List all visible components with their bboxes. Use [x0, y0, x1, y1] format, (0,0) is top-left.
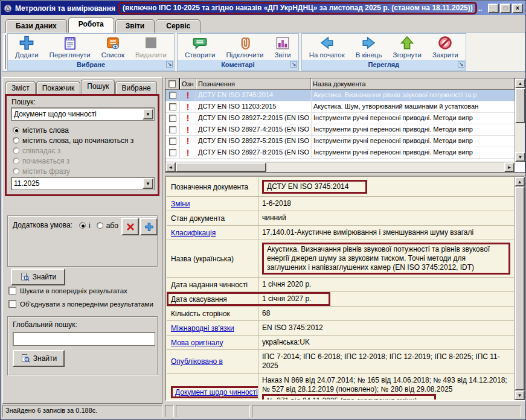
- go-end-button[interactable]: В кінець: [352, 34, 386, 59]
- table-row[interactable]: !ДСТУ EN ISO 3745:2014Акустика. Визначан…: [165, 90, 515, 101]
- detail-value-text: 68: [262, 309, 270, 317]
- detail-label-link[interactable]: Зміни: [171, 200, 190, 208]
- view-button[interactable]: Переглянути: [46, 34, 94, 59]
- scrollbar-thumb[interactable]: [515, 186, 525, 390]
- detail-label: Назва (українська): [167, 240, 258, 277]
- arrow-left-icon: [319, 35, 335, 51]
- create-comment-button[interactable]: Створити: [181, 34, 219, 59]
- collapse-button[interactable]: Згорнути: [389, 34, 425, 59]
- block-icon: [437, 35, 453, 51]
- ribbon-tab-work[interactable]: Робота: [68, 18, 114, 33]
- col-select[interactable]: [165, 78, 180, 89]
- ribbon-tab-service[interactable]: Сервіс: [156, 19, 200, 33]
- sidebar-tab-favorites[interactable]: Вибране: [115, 81, 156, 94]
- col-flag[interactable]: Озн: [180, 78, 196, 89]
- sidebar-tab-index[interactable]: Покажчик: [36, 81, 81, 94]
- dialog-launcher-icon[interactable]: ↘: [458, 61, 464, 68]
- document-details-pane: Позначення документаДСТУ EN ISO 3745:201…: [165, 176, 525, 401]
- detail-value-text: Наказ N 869 від 24.07.2014; № 165 від 14…: [262, 376, 507, 393]
- close-view-button[interactable]: Закрити: [429, 34, 462, 59]
- results-horizontal-scrollbar[interactable]: ◄ ►: [165, 162, 515, 172]
- col-designation[interactable]: Позначення: [196, 78, 311, 89]
- table-row[interactable]: !ДСТУ EN ISO 28927-8:2015 (EN ISO 289Інс…: [165, 147, 515, 159]
- dialog-launcher-icon[interactable]: ↘: [166, 61, 173, 68]
- minimize-button[interactable]: _: [488, 4, 499, 13]
- row-checkbox[interactable]: [169, 103, 176, 110]
- detail-label-link[interactable]: Опубліковано в: [171, 357, 223, 366]
- table-row[interactable]: !ДСТУ EN ISO 28927-2:2015 (EN ISO 289Інс…: [165, 113, 515, 124]
- delete-icon: [143, 35, 159, 51]
- search-mode-radio[interactable]: містить слова: [13, 125, 133, 135]
- result-option-checkbox[interactable]: Об'єднувати з попередніми результатами: [8, 300, 161, 308]
- detail-label-link[interactable]: Документ щодо чинності: [175, 388, 258, 396]
- detail-label-link[interactable]: Класифікація: [171, 229, 216, 237]
- result-option-checkbox[interactable]: Шукати в попередніх результатах: [8, 287, 161, 294]
- scroll-down-icon[interactable]: ▼: [515, 152, 525, 162]
- comment-reports-button[interactable]: Звіти: [271, 34, 294, 59]
- sidebar-tab-search[interactable]: Пошук: [81, 80, 115, 94]
- scroll-up-icon[interactable]: ▲: [515, 78, 525, 88]
- row-checkbox[interactable]: [169, 92, 176, 99]
- search-field-combo[interactable]: Документ щодо чинності ▼: [11, 107, 155, 121]
- condition-radio[interactable]: і: [79, 220, 91, 231]
- scroll-left-icon[interactable]: ◄: [165, 162, 176, 172]
- header-checkbox[interactable]: [168, 80, 176, 88]
- scroll-down-icon[interactable]: ▼: [515, 390, 525, 400]
- details-vertical-scrollbar[interactable]: ▲ ▼: [514, 177, 524, 400]
- attach-comment-button[interactable]: Підключити: [223, 34, 268, 59]
- scrollbar-thumb[interactable]: [176, 162, 266, 172]
- dialog-launcher-icon[interactable]: ↘: [290, 61, 297, 68]
- scroll-up-icon[interactable]: ▲: [515, 177, 525, 186]
- checkbox-label: Об'єднувати з попередніми результатами: [20, 301, 153, 308]
- chevron-down-icon[interactable]: ▼: [143, 109, 153, 119]
- title-trailing-text: ..: [478, 4, 483, 13]
- add-button[interactable]: Додати: [11, 34, 42, 59]
- detail-label-link[interactable]: Мова оригіналу: [171, 339, 223, 347]
- detail-value-text: 17.140.01-Акустичне вимірювання і зменшу…: [262, 228, 473, 237]
- table-row[interactable]: !ДСТУ EN ISO 28927-5:2015 (EN ISO 289Інс…: [165, 136, 515, 147]
- detail-label-link[interactable]: Міжнародні зв'язки: [171, 324, 234, 332]
- detail-label-text: Стан документа: [171, 214, 225, 223]
- row-checkbox[interactable]: [169, 115, 176, 122]
- chevron-down-icon[interactable]: ▼: [143, 178, 153, 189]
- remove-condition-button[interactable]: [121, 218, 139, 235]
- table-row[interactable]: !ДСТУ EN ISO 11203:2015Акустика. Шум, ут…: [165, 101, 515, 113]
- detail-value-text: чинний: [262, 214, 286, 222]
- checkbox-icon[interactable]: [8, 300, 16, 308]
- search-period-combo[interactable]: 11.2025 ▼: [11, 177, 155, 190]
- list-icon: [105, 35, 121, 51]
- radio-icon: [13, 147, 19, 154]
- row-checkbox[interactable]: [169, 138, 176, 145]
- results-vertical-scrollbar[interactable]: ▲ ▼: [515, 78, 525, 162]
- ribbon-tab-databases[interactable]: Бази даних: [5, 19, 67, 33]
- radio-label: і: [89, 221, 91, 230]
- scrollbar-thumb[interactable]: [515, 88, 525, 123]
- search-mode-radio[interactable]: містить слова, що починаються з: [13, 135, 133, 145]
- list-button[interactable]: Список: [98, 34, 128, 59]
- ribbon-tab-reports[interactable]: Звіти: [115, 19, 155, 33]
- global-search-input[interactable]: [13, 332, 155, 346]
- global-find-button[interactable]: Знайти: [13, 350, 65, 367]
- sidebar-tab-contents[interactable]: Зміст: [5, 81, 36, 94]
- radio-icon[interactable]: [97, 222, 103, 229]
- add-condition-button[interactable]: [140, 218, 158, 235]
- go-start-button[interactable]: На початок: [306, 34, 348, 59]
- close-button[interactable]: ×: [512, 4, 523, 13]
- detail-label: Дата скасування: [167, 292, 258, 306]
- detail-row: Мова оригіналуукраїнська:UK: [167, 336, 514, 350]
- maximize-button[interactable]: □: [500, 4, 511, 13]
- find-button[interactable]: Знайти: [11, 269, 65, 285]
- row-checkbox[interactable]: [169, 126, 176, 133]
- radio-icon[interactable]: [13, 137, 19, 144]
- condition-radio[interactable]: або: [97, 220, 118, 231]
- checkbox-icon[interactable]: [8, 287, 16, 294]
- radio-icon[interactable]: [13, 127, 19, 133]
- detail-label: Стан документа: [167, 211, 258, 225]
- scroll-right-icon[interactable]: ►: [504, 162, 515, 172]
- detail-label: Кількість сторінок: [167, 307, 258, 320]
- row-checkbox[interactable]: [169, 149, 176, 156]
- radio-icon[interactable]: [79, 222, 86, 229]
- table-row[interactable]: !ДСТУ EN ISO 28927-4:2015 (EN ISO 289Інс…: [165, 124, 515, 136]
- col-title[interactable]: Назва документа: [311, 78, 515, 89]
- comment-reports-button-label: Звіти: [274, 51, 290, 59]
